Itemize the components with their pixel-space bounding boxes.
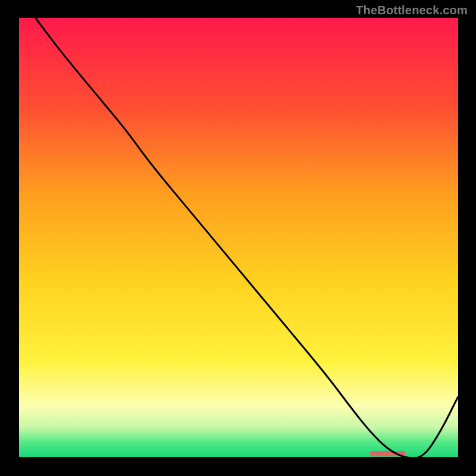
plot-area xyxy=(18,18,458,458)
chart-container: TheBottleneck.com xyxy=(0,0,476,476)
chart-svg xyxy=(18,18,458,458)
gradient-background xyxy=(18,18,458,458)
attribution-text: TheBottleneck.com xyxy=(356,4,468,17)
